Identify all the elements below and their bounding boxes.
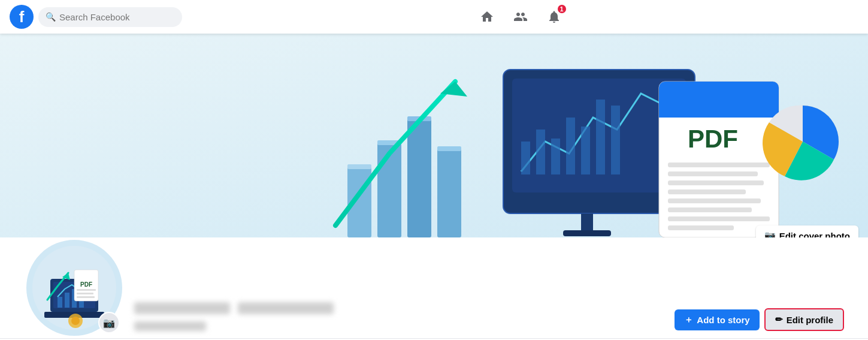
svg-text:PDF: PDF <box>80 281 92 288</box>
profile-name-area <box>125 290 675 338</box>
nav-center: 1 <box>182 2 858 31</box>
profile-info-row: PDF 📷 <box>0 237 868 338</box>
svg-rect-30 <box>668 207 752 212</box>
svg-rect-28 <box>668 189 746 194</box>
friends-icon <box>513 10 528 24</box>
svg-rect-38 <box>58 297 62 308</box>
svg-rect-26 <box>668 171 758 176</box>
add-to-story-button[interactable]: ＋ Add to story <box>675 309 759 330</box>
svg-rect-18 <box>611 106 620 174</box>
avatar-camera-icon: 📷 <box>103 317 115 329</box>
plus-icon: ＋ <box>684 314 693 326</box>
svg-rect-15 <box>566 118 575 174</box>
notifications-nav-button[interactable]: 1 <box>540 2 568 31</box>
home-icon <box>480 10 494 24</box>
profile-friends-count-blurred <box>134 321 675 333</box>
svg-rect-45 <box>77 289 96 291</box>
svg-rect-19 <box>581 213 593 231</box>
search-icon: 🔍 <box>46 12 56 22</box>
svg-rect-17 <box>596 100 605 174</box>
svg-text:PDF: PDF <box>688 125 738 153</box>
svg-rect-2 <box>347 164 371 169</box>
profile-container: PDF 📷 <box>0 34 868 340</box>
facebook-logo: f <box>10 5 34 29</box>
svg-rect-23 <box>659 100 779 118</box>
svg-rect-7 <box>437 148 461 237</box>
profile-name-blurred <box>134 302 675 317</box>
search-bar[interactable]: 🔍 <box>38 7 182 27</box>
home-nav-button[interactable] <box>473 2 501 31</box>
pencil-icon: ✏ <box>775 314 783 325</box>
topnav: f 🔍 1 <box>0 0 868 34</box>
cover-photo: PDF 📷 <box>0 34 868 255</box>
notification-badge: 1 <box>557 4 567 14</box>
friends-nav-button[interactable] <box>506 2 535 31</box>
svg-rect-8 <box>437 146 461 151</box>
svg-rect-31 <box>668 216 770 221</box>
svg-rect-13 <box>536 130 545 174</box>
add-story-label: Add to story <box>697 315 749 325</box>
svg-rect-16 <box>581 127 590 174</box>
svg-rect-12 <box>521 142 530 174</box>
avatar-camera-button[interactable]: 📷 <box>98 312 120 333</box>
search-input[interactable] <box>59 12 175 22</box>
svg-rect-46 <box>77 293 93 294</box>
svg-rect-29 <box>668 198 761 203</box>
svg-rect-39 <box>65 293 69 308</box>
svg-rect-27 <box>668 180 764 185</box>
edit-profile-label: Edit profile <box>787 315 833 325</box>
edit-profile-button[interactable]: ✏ Edit profile <box>764 308 844 331</box>
svg-rect-20 <box>563 230 611 236</box>
svg-rect-14 <box>551 139 560 174</box>
svg-point-50 <box>71 317 80 325</box>
cover-illustration: PDF <box>0 34 868 255</box>
svg-rect-25 <box>668 163 770 167</box>
profile-actions: ＋ Add to story ✏ Edit profile <box>675 308 844 338</box>
cover-photo-inner: PDF <box>0 34 868 255</box>
svg-rect-32 <box>668 225 734 230</box>
svg-rect-47 <box>77 296 95 298</box>
avatar-wrap: PDF 📷 <box>24 237 125 338</box>
svg-rect-5 <box>407 118 431 237</box>
